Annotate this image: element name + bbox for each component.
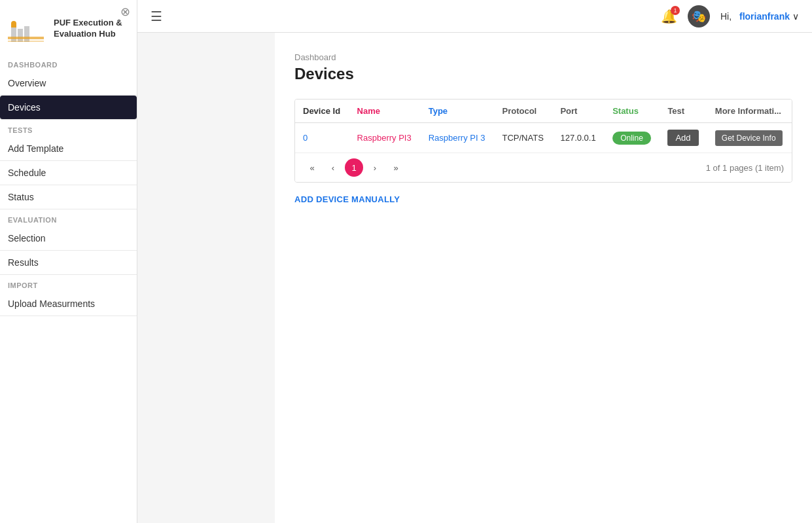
sidebar-item-schedule[interactable]: Schedule bbox=[0, 161, 137, 185]
page-title: Devices bbox=[294, 65, 792, 83]
sidebar-section-evaluation: EVALUATION bbox=[0, 209, 137, 226]
sidebar-app-title: PUF Execution & Evaluation Hub bbox=[54, 18, 122, 40]
pagination-first-button[interactable]: « bbox=[303, 158, 321, 177]
main-content: Dashboard Devices Device Id Name Type Pr… bbox=[275, 33, 812, 523]
university-logo bbox=[8, 10, 47, 46]
pagination-controls: « ‹ 1 › » bbox=[303, 158, 405, 177]
sidebar-item-overview[interactable]: Overview bbox=[0, 71, 137, 96]
pagination-prev-button[interactable]: ‹ bbox=[324, 158, 342, 177]
sidebar-section-import: IMPORT bbox=[0, 275, 137, 292]
greeting-text: Hi, bbox=[720, 11, 732, 22]
cell-test: Add bbox=[660, 123, 707, 153]
cell-more-info: Get Device Info bbox=[707, 123, 792, 153]
table-row: 0 Raspberry PI3 Raspberry PI 3 TCP/NATS … bbox=[295, 123, 792, 153]
cell-type: Raspberry PI 3 bbox=[421, 123, 495, 153]
col-header-device-id: Device Id bbox=[295, 99, 349, 123]
pagination-row: « ‹ 1 › » 1 of 1 pages (1 item) bbox=[295, 153, 792, 182]
table-header-row: Device Id Name Type Protocol Port Status… bbox=[295, 99, 792, 123]
col-header-more-info: More Informati... bbox=[707, 99, 792, 123]
sidebar-item-selection[interactable]: Selection bbox=[0, 226, 137, 251]
svg-rect-1 bbox=[18, 29, 23, 42]
sidebar-item-upload-measurements[interactable]: Upload Measurments bbox=[0, 292, 137, 316]
topbar-right: 🔔 1 🎭 Hi, florianfrank ∨ bbox=[661, 5, 799, 27]
user-name: florianfrank bbox=[739, 11, 790, 22]
svg-rect-5 bbox=[8, 37, 44, 39]
sidebar-item-devices[interactable]: Devices bbox=[0, 96, 137, 120]
close-icon[interactable]: ⊗ bbox=[118, 5, 132, 18]
hamburger-icon[interactable]: ☰ bbox=[150, 9, 162, 24]
notification-badge: 1 bbox=[671, 6, 680, 15]
svg-rect-4 bbox=[11, 24, 16, 27]
sidebar-section-tests: TESTS bbox=[0, 120, 137, 137]
svg-rect-6 bbox=[8, 41, 44, 42]
breadcrumb: Dashboard bbox=[294, 52, 792, 62]
svg-rect-2 bbox=[24, 26, 29, 42]
cell-status: Online bbox=[605, 123, 660, 153]
pagination-last-button[interactable]: » bbox=[387, 158, 405, 177]
status-badge: Online bbox=[612, 132, 651, 145]
get-device-info-button[interactable]: Get Device Info bbox=[715, 130, 783, 146]
avatar: 🎭 bbox=[688, 5, 710, 27]
cell-device-id: 0 bbox=[295, 123, 349, 153]
sidebar-item-results[interactable]: Results bbox=[0, 251, 137, 275]
devices-table-container: Device Id Name Type Protocol Port Status… bbox=[294, 99, 792, 183]
sidebar-logo-area: PUF Execution & Evaluation Hub ⊗ bbox=[0, 0, 137, 54]
topbar: ☰ 🔔 1 🎭 Hi, florianfrank ∨ bbox=[137, 0, 812, 33]
pagination-page-1-button[interactable]: 1 bbox=[345, 158, 363, 177]
sidebar-item-status[interactable]: Status bbox=[0, 185, 137, 209]
add-device-manually-link[interactable]: ADD DEVICE MANUALLY bbox=[294, 194, 400, 204]
sidebar-section-dashboard: DASHBOARD bbox=[0, 54, 137, 71]
cell-port: 127.0.0.1 bbox=[552, 123, 605, 153]
cell-protocol: TCP/NATS bbox=[494, 123, 552, 153]
topbar-left: ☰ bbox=[150, 9, 162, 24]
col-header-protocol: Protocol bbox=[494, 99, 552, 123]
chevron-down-icon: ∨ bbox=[792, 11, 799, 22]
user-greeting[interactable]: Hi, florianfrank ∨ bbox=[720, 11, 799, 22]
col-header-name: Name bbox=[349, 99, 421, 123]
col-header-test: Test bbox=[660, 99, 707, 123]
devices-table: Device Id Name Type Protocol Port Status… bbox=[295, 99, 792, 153]
pagination-info: 1 of 1 pages (1 item) bbox=[706, 163, 784, 173]
notification-icon[interactable]: 🔔 1 bbox=[661, 9, 677, 24]
sidebar-item-add-template[interactable]: Add Template bbox=[0, 137, 137, 161]
col-header-type: Type bbox=[421, 99, 495, 123]
sidebar: PUF Execution & Evaluation Hub ⊗ DASHBOA… bbox=[0, 0, 137, 523]
cell-name: Raspberry PI3 bbox=[349, 123, 421, 153]
add-test-button[interactable]: Add bbox=[667, 130, 698, 146]
pagination-next-button[interactable]: › bbox=[366, 158, 384, 177]
col-header-status: Status bbox=[605, 99, 660, 123]
col-header-port: Port bbox=[552, 99, 605, 123]
